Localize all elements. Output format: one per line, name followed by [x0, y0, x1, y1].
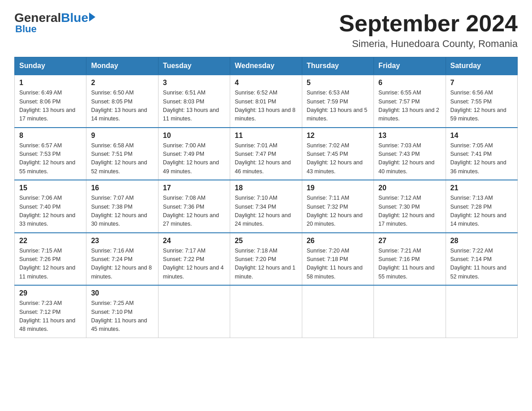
- calendar-day-cell: 16 Sunrise: 7:07 AMSunset: 7:38 PMDaylig…: [86, 180, 158, 233]
- col-thursday: Thursday: [302, 57, 373, 75]
- calendar-day-cell: 7 Sunrise: 6:56 AMSunset: 7:55 PMDayligh…: [446, 75, 517, 128]
- logo-subtitle: Blue: [15, 23, 37, 35]
- day-info: Sunrise: 7:00 AMSunset: 7:49 PMDaylight:…: [163, 142, 219, 175]
- logo: General Blue Blue: [14, 11, 95, 35]
- day-number: 6: [378, 79, 441, 87]
- calendar-day-cell: 22 Sunrise: 7:15 AMSunset: 7:26 PMDaylig…: [15, 233, 86, 286]
- calendar-day-cell: 25 Sunrise: 7:18 AMSunset: 7:20 PMDaylig…: [230, 233, 302, 286]
- calendar-day-cell: 3 Sunrise: 6:51 AMSunset: 8:03 PMDayligh…: [158, 75, 230, 128]
- calendar-day-cell: 21 Sunrise: 7:13 AMSunset: 7:28 PMDaylig…: [446, 180, 517, 233]
- day-info: Sunrise: 7:22 AMSunset: 7:14 PMDaylight:…: [450, 248, 506, 280]
- day-info: Sunrise: 6:53 AMSunset: 7:59 PMDaylight:…: [307, 90, 368, 122]
- day-info: Sunrise: 7:18 AMSunset: 7:20 PMDaylight:…: [235, 248, 296, 280]
- day-info: Sunrise: 7:16 AMSunset: 7:24 PMDaylight:…: [91, 248, 152, 280]
- day-info: Sunrise: 7:20 AMSunset: 7:18 PMDaylight:…: [307, 248, 363, 280]
- col-saturday: Saturday: [446, 57, 517, 75]
- page-header: General Blue Blue September 2024 Simeria…: [14, 11, 518, 50]
- day-number: 23: [91, 237, 153, 245]
- day-number: 11: [235, 132, 297, 140]
- day-info: Sunrise: 6:58 AMSunset: 7:51 PMDaylight:…: [91, 142, 147, 175]
- day-number: 4: [235, 79, 297, 87]
- logo-blue-text: Blue: [61, 11, 88, 25]
- day-info: Sunrise: 6:52 AMSunset: 8:01 PMDaylight:…: [235, 90, 296, 122]
- day-number: 1: [19, 79, 82, 87]
- calendar-day-cell: 27 Sunrise: 7:21 AMSunset: 7:16 PMDaylig…: [374, 233, 446, 286]
- day-number: 18: [235, 184, 297, 192]
- calendar-day-cell: 23 Sunrise: 7:16 AMSunset: 7:24 PMDaylig…: [86, 233, 158, 286]
- day-info: Sunrise: 6:57 AMSunset: 7:53 PMDaylight:…: [19, 142, 75, 175]
- day-info: Sunrise: 6:56 AMSunset: 7:55 PMDaylight:…: [450, 90, 506, 122]
- calendar-day-cell: [374, 285, 446, 338]
- calendar-table: Sunday Monday Tuesday Wednesday Thursday…: [14, 57, 518, 338]
- calendar-day-cell: 24 Sunrise: 7:17 AMSunset: 7:22 PMDaylig…: [158, 233, 230, 286]
- day-number: 5: [307, 79, 369, 87]
- day-number: 22: [19, 237, 82, 245]
- calendar-day-cell: 1 Sunrise: 6:49 AMSunset: 8:06 PMDayligh…: [15, 75, 86, 128]
- calendar-day-cell: 5 Sunrise: 6:53 AMSunset: 7:59 PMDayligh…: [302, 75, 373, 128]
- day-number: 25: [235, 237, 297, 245]
- calendar-day-cell: 17 Sunrise: 7:08 AMSunset: 7:36 PMDaylig…: [158, 180, 230, 233]
- day-number: 15: [19, 184, 82, 192]
- calendar-day-cell: 29 Sunrise: 7:23 AMSunset: 7:12 PMDaylig…: [15, 285, 86, 338]
- calendar-day-cell: 6 Sunrise: 6:55 AMSunset: 7:57 PMDayligh…: [374, 75, 446, 128]
- day-number: 8: [19, 132, 82, 140]
- col-sunday: Sunday: [15, 57, 86, 75]
- day-info: Sunrise: 7:21 AMSunset: 7:16 PMDaylight:…: [378, 248, 434, 280]
- calendar-week-row: 15 Sunrise: 7:06 AMSunset: 7:40 PMDaylig…: [15, 180, 518, 233]
- calendar-header-row: Sunday Monday Tuesday Wednesday Thursday…: [15, 57, 518, 75]
- calendar-day-cell: 8 Sunrise: 6:57 AMSunset: 7:53 PMDayligh…: [15, 128, 86, 180]
- calendar-day-cell: 28 Sunrise: 7:22 AMSunset: 7:14 PMDaylig…: [446, 233, 517, 286]
- col-wednesday: Wednesday: [230, 57, 302, 75]
- calendar-day-cell: 18 Sunrise: 7:10 AMSunset: 7:34 PMDaylig…: [230, 180, 302, 233]
- calendar-day-cell: 4 Sunrise: 6:52 AMSunset: 8:01 PMDayligh…: [230, 75, 302, 128]
- page-title: September 2024: [339, 11, 518, 36]
- calendar-week-row: 22 Sunrise: 7:15 AMSunset: 7:26 PMDaylig…: [15, 233, 518, 286]
- day-number: 28: [450, 237, 513, 245]
- day-number: 3: [163, 79, 225, 87]
- calendar-day-cell: 30 Sunrise: 7:25 AMSunset: 7:10 PMDaylig…: [86, 285, 158, 338]
- calendar-day-cell: 15 Sunrise: 7:06 AMSunset: 7:40 PMDaylig…: [15, 180, 86, 233]
- day-info: Sunrise: 7:11 AMSunset: 7:32 PMDaylight:…: [307, 195, 363, 227]
- calendar-day-cell: 13 Sunrise: 7:03 AMSunset: 7:43 PMDaylig…: [374, 128, 446, 180]
- calendar-day-cell: 26 Sunrise: 7:20 AMSunset: 7:18 PMDaylig…: [302, 233, 373, 286]
- calendar-week-row: 8 Sunrise: 6:57 AMSunset: 7:53 PMDayligh…: [15, 128, 518, 180]
- page-subtitle: Simeria, Hunedoara County, Romania: [339, 38, 518, 50]
- day-number: 17: [163, 184, 225, 192]
- logo-arrow-icon: [89, 13, 95, 21]
- day-number: 9: [91, 132, 153, 140]
- day-info: Sunrise: 7:03 AMSunset: 7:43 PMDaylight:…: [378, 142, 434, 175]
- day-number: 27: [378, 237, 441, 245]
- day-number: 19: [307, 184, 369, 192]
- day-info: Sunrise: 7:25 AMSunset: 7:10 PMDaylight:…: [91, 300, 147, 332]
- col-tuesday: Tuesday: [158, 57, 230, 75]
- day-info: Sunrise: 7:02 AMSunset: 7:45 PMDaylight:…: [307, 142, 363, 175]
- calendar-day-cell: 20 Sunrise: 7:12 AMSunset: 7:30 PMDaylig…: [374, 180, 446, 233]
- day-info: Sunrise: 7:01 AMSunset: 7:47 PMDaylight:…: [235, 142, 291, 175]
- day-number: 2: [91, 79, 153, 87]
- day-number: 26: [307, 237, 369, 245]
- col-monday: Monday: [86, 57, 158, 75]
- calendar-day-cell: 11 Sunrise: 7:01 AMSunset: 7:47 PMDaylig…: [230, 128, 302, 180]
- day-info: Sunrise: 6:51 AMSunset: 8:03 PMDaylight:…: [163, 90, 219, 122]
- title-block: September 2024 Simeria, Hunedoara County…: [339, 11, 518, 50]
- day-number: 21: [450, 184, 513, 192]
- calendar-day-cell: [446, 285, 517, 338]
- day-number: 7: [450, 79, 513, 87]
- day-info: Sunrise: 6:49 AMSunset: 8:06 PMDaylight:…: [19, 90, 75, 122]
- day-info: Sunrise: 6:55 AMSunset: 7:57 PMDaylight:…: [378, 90, 439, 122]
- calendar-day-cell: 2 Sunrise: 6:50 AMSunset: 8:05 PMDayligh…: [86, 75, 158, 128]
- day-info: Sunrise: 7:10 AMSunset: 7:34 PMDaylight:…: [235, 195, 291, 227]
- calendar-day-cell: 14 Sunrise: 7:05 AMSunset: 7:41 PMDaylig…: [446, 128, 517, 180]
- calendar-day-cell: [158, 285, 230, 338]
- day-number: 13: [378, 132, 441, 140]
- day-number: 12: [307, 132, 369, 140]
- col-friday: Friday: [374, 57, 446, 75]
- day-number: 14: [450, 132, 513, 140]
- calendar-day-cell: 9 Sunrise: 6:58 AMSunset: 7:51 PMDayligh…: [86, 128, 158, 180]
- day-number: 16: [91, 184, 153, 192]
- day-info: Sunrise: 7:06 AMSunset: 7:40 PMDaylight:…: [19, 195, 75, 227]
- calendar-day-cell: 12 Sunrise: 7:02 AMSunset: 7:45 PMDaylig…: [302, 128, 373, 180]
- day-number: 10: [163, 132, 225, 140]
- day-number: 24: [163, 237, 225, 245]
- calendar-day-cell: [302, 285, 373, 338]
